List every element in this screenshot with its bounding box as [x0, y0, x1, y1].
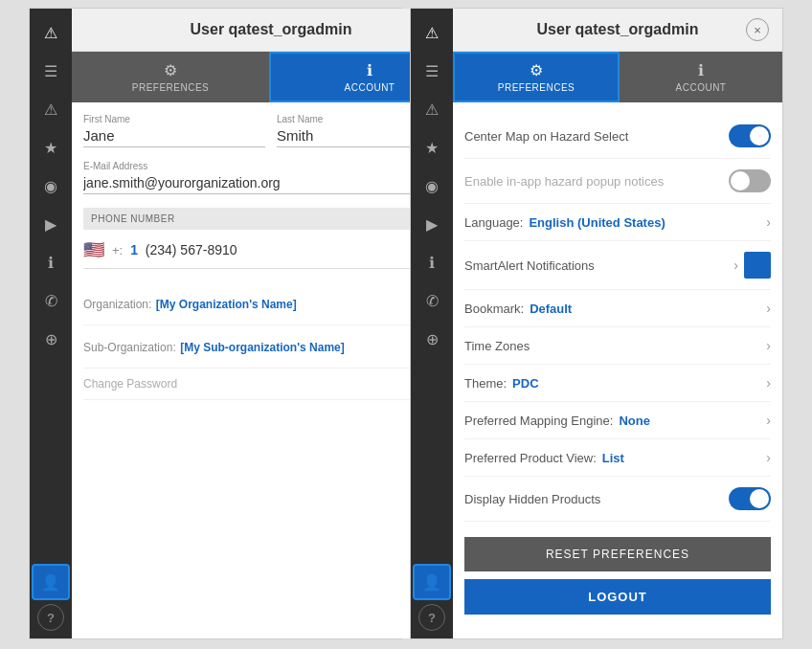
- pref-language[interactable]: Language: English (United States) ›: [464, 204, 771, 241]
- pref-timezone[interactable]: Time Zones ›: [464, 327, 771, 365]
- tab-account-label-right: ACCOUNT: [676, 82, 727, 93]
- pref-theme[interactable]: Theme: PDC ›: [464, 365, 771, 402]
- account-icon-left: ℹ: [367, 61, 373, 79]
- left-panel-title: User qatest_orgadmin: [191, 21, 352, 38]
- phone-plus: +:: [112, 243, 123, 257]
- tab-account-label-left: ACCOUNT: [345, 82, 395, 93]
- org-label: Organization:: [83, 298, 151, 311]
- right-sidebar-warning[interactable]: ⚠: [413, 91, 451, 127]
- right-sidebar-user[interactable]: 👤: [413, 564, 451, 600]
- pref-inapp-popup: Enable in-app hazard popup notices: [464, 159, 771, 204]
- language-label: Language:: [464, 215, 523, 230]
- left-panel: ⚠ ☰ ⚠ ★ ◉ ▶ ℹ ✆ ⊕ 👤 ? User qatest_orgadm…: [29, 8, 402, 639]
- sidebar-camera[interactable]: ▶: [32, 206, 70, 242]
- sidebar-list[interactable]: ☰: [32, 53, 70, 89]
- display-hidden-label: Display Hidden Products: [464, 492, 600, 506]
- phone-country-code: 1: [130, 242, 138, 257]
- sidebar-phone[interactable]: ✆: [32, 282, 70, 319]
- account-icon-right: ℹ: [698, 61, 705, 79]
- tab-account-right[interactable]: ℹ ACCOUNT: [620, 52, 782, 102]
- inapp-popup-knob: [731, 171, 750, 190]
- bookmark-chevron: ›: [766, 301, 771, 316]
- right-sidebar-info[interactable]: ℹ: [413, 244, 451, 280]
- change-password-label: Change Password: [83, 377, 177, 391]
- mapping-engine-value: None: [619, 414, 650, 428]
- org-row: Organization: [My Organization's Name]: [83, 282, 459, 325]
- phone-row: 🇺🇸 +: 1 (234) 567-8910: [83, 239, 459, 269]
- product-view-chevron: ›: [766, 450, 771, 465]
- suborg-value: [My Sub-organization's Name]: [180, 341, 345, 354]
- right-sidebar-camera[interactable]: ▶: [413, 206, 451, 242]
- right-panel-title: User qatest_orgadmin: [537, 21, 699, 38]
- theme-label: Theme:: [464, 376, 507, 391]
- sidebar-warning[interactable]: ⚠: [32, 91, 70, 127]
- sidebar-help[interactable]: ?: [37, 604, 64, 631]
- right-main-content: User qatest_orgadmin × ⚙ PREFERENCES ℹ A…: [453, 9, 782, 638]
- first-name-field: First Name: [83, 114, 265, 147]
- pref-bookmark[interactable]: Bookmark: Default ›: [464, 290, 771, 327]
- flag-icon: 🇺🇸: [83, 239, 104, 260]
- language-value: English (United States): [529, 215, 665, 230]
- right-sidebar-map[interactable]: ⊕: [413, 321, 451, 357]
- email-label: E-Mail Address: [83, 161, 459, 171]
- sidebar-alert[interactable]: ⚠: [32, 14, 70, 51]
- tab-preferences-left[interactable]: ⚙ PREFERENCES: [72, 52, 269, 102]
- pref-mapping-engine[interactable]: Preferred Mapping Engine: None ›: [464, 402, 771, 439]
- right-sidebar-help[interactable]: ?: [418, 604, 445, 631]
- timezone-chevron: ›: [766, 338, 771, 353]
- right-sidebar-star[interactable]: ★: [413, 129, 451, 166]
- pref-center-map: Center Map on Hazard Select: [464, 114, 771, 159]
- product-view-label: Preferred Product View:: [464, 451, 597, 465]
- right-close-button[interactable]: ×: [746, 18, 769, 41]
- product-view-value: List: [602, 451, 624, 465]
- right-sidebar-list[interactable]: ☰: [413, 53, 451, 89]
- name-fields: First Name Last Name: [83, 114, 459, 147]
- email-input[interactable]: [83, 175, 459, 194]
- tab-preferences-right[interactable]: ⚙ PREFERENCES: [453, 52, 620, 102]
- right-sidebar-alert[interactable]: ⚠: [413, 14, 451, 51]
- tab-preferences-label-left: PREFERENCES: [132, 82, 210, 93]
- sidebar-map[interactable]: ⊕: [32, 321, 70, 357]
- pref-product-view[interactable]: Preferred Product View: List ›: [464, 439, 771, 477]
- right-panel-header: User qatest_orgadmin ×: [453, 9, 782, 52]
- left-sidebar: ⚠ ☰ ⚠ ★ ◉ ▶ ℹ ✆ ⊕ 👤 ?: [30, 9, 72, 638]
- sidebar-info[interactable]: ℹ: [32, 244, 70, 280]
- sidebar-star[interactable]: ★: [32, 129, 70, 166]
- first-name-label: First Name: [83, 114, 265, 124]
- bookmark-value: Default: [530, 302, 572, 316]
- phone-section-label: PHONE NUMBER: [83, 208, 459, 230]
- tab-preferences-label-right: PREFERENCES: [498, 82, 575, 93]
- smartalert-indicator: [744, 252, 771, 279]
- center-map-knob: [750, 126, 769, 145]
- right-tabs: ⚙ PREFERENCES ℹ ACCOUNT: [453, 52, 782, 102]
- suborg-label: Sub-Organization:: [83, 341, 176, 354]
- right-sidebar-location[interactable]: ◉: [413, 168, 451, 204]
- suborg-row: Sub-Organization: [My Sub-organization's…: [83, 325, 459, 369]
- display-hidden-knob: [750, 489, 769, 508]
- inapp-popup-toggle[interactable]: [729, 169, 771, 192]
- email-field: E-Mail Address: [83, 161, 459, 194]
- sidebar-location[interactable]: ◉: [32, 168, 70, 204]
- smartalert-label: SmartAlert Notifications: [464, 258, 595, 273]
- right-content: Center Map on Hazard Select Enable in-ap…: [453, 102, 782, 638]
- mapping-engine-label: Preferred Mapping Engine:: [464, 414, 613, 428]
- reset-preferences-button[interactable]: RESET PREFERENCES: [464, 537, 771, 571]
- right-sidebar: ⚠ ☰ ⚠ ★ ◉ ▶ ℹ ✆ ⊕ 👤 ?: [411, 9, 453, 638]
- center-map-toggle[interactable]: [729, 124, 771, 147]
- pref-smartalert[interactable]: SmartAlert Notifications ›: [464, 241, 771, 290]
- sidebar-user[interactable]: 👤: [32, 564, 70, 600]
- preferences-icon: ⚙: [164, 61, 178, 79]
- right-panel: ⚠ ☰ ⚠ ★ ◉ ▶ ℹ ✆ ⊕ 👤 ? User qatest_orgadm…: [410, 8, 783, 639]
- right-sidebar-phone[interactable]: ✆: [413, 282, 451, 319]
- center-map-label: Center Map on Hazard Select: [464, 129, 628, 144]
- timezone-label: Time Zones: [464, 339, 530, 353]
- first-name-input[interactable]: [83, 127, 265, 147]
- logout-button[interactable]: LOGOUT: [464, 579, 771, 615]
- display-hidden-toggle[interactable]: [729, 487, 771, 510]
- pref-display-hidden: Display Hidden Products: [464, 477, 771, 522]
- inapp-popup-label: Enable in-app hazard popup notices: [464, 174, 664, 189]
- language-chevron: ›: [766, 214, 771, 230]
- smartalert-chevron: ›: [733, 257, 738, 273]
- theme-value: PDC: [512, 376, 538, 391]
- change-password-row[interactable]: Change Password ›: [83, 369, 459, 400]
